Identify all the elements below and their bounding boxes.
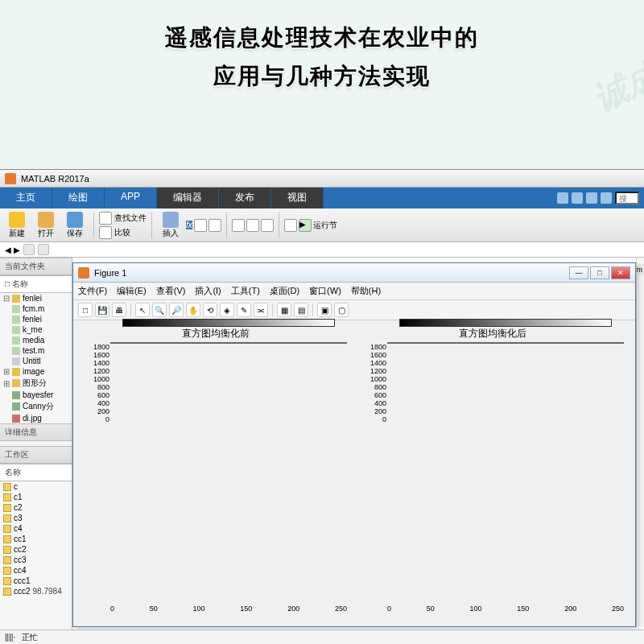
workspace-var[interactable]: c4 [0,523,72,534]
ribbon-icon[interactable] [572,192,583,204]
new-fig-icon[interactable]: □ [78,303,93,317]
path-segment[interactable] [38,244,49,255]
figure-toolbar: □ 💾 🖶 ↖ 🔍 🔎 ✋ ⟲ ◈ ✎ ⫘ ▦ ▤ ▣ [73,300,635,320]
datatip-icon[interactable]: ◈ [220,303,234,317]
file-item[interactable]: fenlei [0,314,72,324]
legend-icon[interactable]: ▤ [294,303,308,317]
dropdown-button[interactable] [208,219,221,232]
window-title: MATLAB R2017a [21,174,89,184]
file-tree: ⊟fenleifcm.mfenleik_memediatest.mUntitl⊞… [0,293,72,423]
ribbon-icon[interactable] [557,192,568,204]
nav-arrows[interactable]: ◀ ▶ [5,246,20,254]
status-busy: 正忙 [22,632,38,643]
new-button[interactable]: 新建 [3,209,31,242]
pan-icon[interactable]: ✋ [186,303,200,317]
axes-left[interactable]: 180016001400120010008006004002000 [110,342,347,344]
file-item[interactable]: ⊞image [0,366,72,377]
breakpoint-button[interactable] [284,219,297,232]
figure-titlebar[interactable]: Figure 1 — □ ✕ [73,263,635,283]
file-item[interactable]: di.jpg [0,413,72,423]
tab-view[interactable]: 视图 [271,188,324,208]
menu-desktop[interactable]: 桌面(D) [270,285,299,297]
workspace-header[interactable]: 工作区 [0,446,72,464]
colorbar-icon[interactable]: ▦ [277,303,291,317]
address-bar[interactable]: ◀ ▶ [0,242,644,258]
ws-name-column[interactable]: 名称 [0,464,72,481]
workspace-var[interactable]: c2 [0,502,72,513]
file-item[interactable]: Canny分 [0,400,72,413]
workspace-var[interactable]: cc1 [0,534,72,544]
figure-icon [78,267,89,279]
name-column[interactable]: □ 名称 [0,275,72,293]
zoom-in-icon[interactable]: 🔍 [152,303,167,317]
tab-plot[interactable]: 绘图 [52,188,105,208]
workspace-var[interactable]: c [0,481,72,492]
window-titlebar[interactable]: MATLAB R2017a [0,170,644,188]
path-segment[interactable] [23,244,35,255]
plot-title-left: 直方图均衡化前 [85,327,347,341]
run-section-button[interactable]: ▶ [299,219,312,232]
tab-publish[interactable]: 发布 [219,188,271,208]
file-item[interactable]: test.m [0,345,72,356]
save-button[interactable]: 保存 [61,209,89,242]
ribbon-icon[interactable] [586,192,597,204]
menu-insert[interactable]: 插入(I) [195,285,221,297]
fx-button[interactable]: fx [186,221,192,229]
workspace-var[interactable]: ccc298.7984 [0,586,72,597]
gradient-bar [122,319,335,327]
outdent-button[interactable] [261,219,274,232]
workspace-var[interactable]: c3 [0,513,72,523]
section-button[interactable] [194,219,207,232]
menu-help[interactable]: 帮助(H) [351,285,381,297]
minimize-button[interactable]: — [569,266,588,279]
save-fig-icon[interactable]: 💾 [95,303,109,317]
workspace-var[interactable]: cc4 [0,565,72,576]
file-item[interactable]: ⊟fenlei [0,293,72,303]
file-item[interactable]: ⊞图形分 [0,377,72,390]
close-button[interactable]: ✕ [611,266,630,279]
file-item[interactable]: media [0,335,72,345]
workspace-var[interactable]: cc2 [0,544,72,555]
tab-home[interactable]: 主页 [0,188,52,208]
details-header[interactable]: 详细信息 [0,423,72,441]
maximize-button[interactable]: □ [590,266,609,279]
brush-icon[interactable]: ✎ [237,303,251,317]
comment-button[interactable] [232,219,245,232]
print-icon[interactable]: 🖶 [112,303,126,317]
find-files-button[interactable] [99,212,112,225]
menu-view[interactable]: 查看(V) [156,285,186,297]
pointer-icon[interactable]: ↖ [135,303,150,317]
compare-button[interactable] [99,226,112,239]
menu-edit[interactable]: 编辑(E) [117,285,147,297]
workspace-var[interactable]: ccc1 [0,576,72,586]
file-item[interactable]: k_me [0,324,72,335]
open-button[interactable]: 打开 [32,209,60,242]
file-item[interactable]: bayesfer [0,390,72,400]
matlab-icon [5,173,16,184]
search-input[interactable] [615,192,639,204]
toolstrip: 新建 打开 保存 查找文件 比较 插入 fx ▶ 运行节 [0,208,644,242]
link-icon[interactable]: ⫘ [254,303,268,317]
right-gutter [636,258,644,627]
workspace-var[interactable]: cc3 [0,555,72,565]
axes-right[interactable]: 180016001400120010008006004002000 [387,342,624,344]
menu-window[interactable]: 窗口(W) [309,285,341,297]
left-sidebar: 当前文件夹 □ 名称 ⊟fenleifcm.mfenleik_memediate… [0,258,72,644]
insert-button[interactable]: 插入 [157,209,184,242]
plot-tools-icon[interactable]: ▣ [317,303,332,317]
file-item[interactable]: Untitl [0,356,72,366]
rotate-icon[interactable]: ⟲ [203,303,217,317]
help-icon[interactable] [601,192,612,204]
zoom-out-icon[interactable]: 🔎 [169,303,184,317]
workspace-var[interactable]: c1 [0,492,72,502]
menu-tools[interactable]: 工具(T) [231,285,260,297]
tab-editor[interactable]: 编辑器 [157,188,219,208]
tab-app[interactable]: APP [105,188,157,208]
file-item[interactable]: fcm.m [0,303,72,314]
editor-area: ns.m Figure 1 — □ ✕ 文件(F) 编辑(E) 查看(V) 插入… [72,258,644,644]
current-folder-header[interactable]: 当前文件夹 [0,258,72,275]
hide-tools-icon[interactable]: ▢ [334,303,349,317]
matlab-window: MATLAB R2017a 主页 绘图 APP 编辑器 发布 视图 新建 打开 … [0,169,644,644]
menu-file[interactable]: 文件(F) [78,285,107,297]
indent-button[interactable] [246,219,259,232]
